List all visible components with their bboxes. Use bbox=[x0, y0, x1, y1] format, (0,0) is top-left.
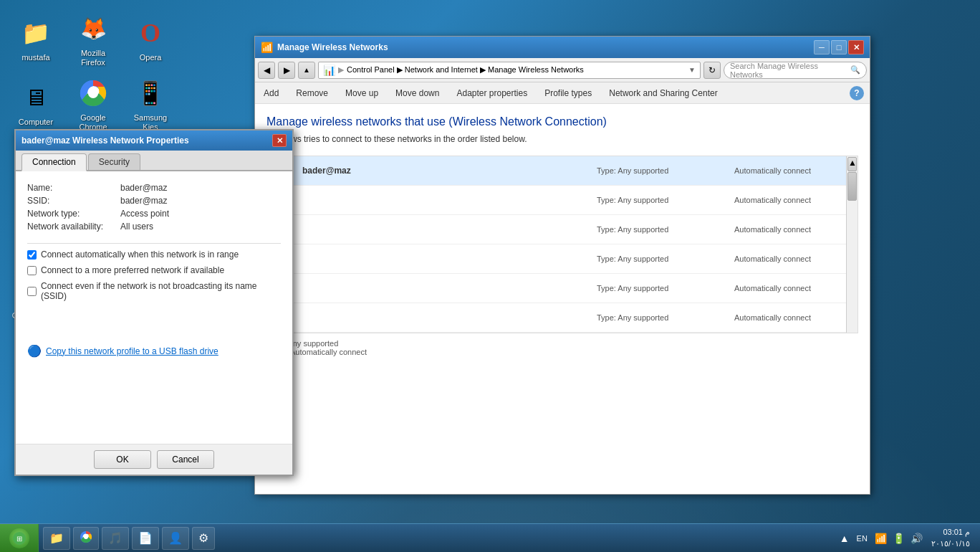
taskbar-word[interactable]: 📄 bbox=[132, 527, 159, 550]
tab-security[interactable]: Security bbox=[88, 153, 140, 170]
network-row[interactable]: 📶 Type: Any supported Automatically conn… bbox=[267, 303, 858, 333]
dialog-close-button[interactable]: ✕ bbox=[272, 134, 287, 147]
address-path[interactable]: 📊 ▶ Control Panel ▶ Network and Internet… bbox=[318, 62, 701, 79]
network-type: Type: Any supported bbox=[597, 196, 726, 204]
taskbar-person[interactable]: 👤 bbox=[162, 527, 189, 550]
toolbar-move-down[interactable]: Move down bbox=[393, 87, 442, 100]
minimize-button[interactable]: ─ bbox=[814, 40, 830, 54]
cancel-button[interactable]: Cancel bbox=[157, 450, 214, 469]
tray-arrow-icon[interactable]: ▲ bbox=[838, 533, 851, 544]
icon-mozilla-firefox[interactable]: 🦊 Mozilla Firefox bbox=[64, 7, 122, 72]
network-name: bader@maz bbox=[302, 166, 588, 176]
auto-connect-label: Connect automatically when this network … bbox=[41, 249, 239, 260]
tray-language[interactable]: EN bbox=[854, 534, 870, 543]
auto-connect-checkbox[interactable] bbox=[27, 250, 37, 260]
divider bbox=[27, 243, 281, 244]
refresh-button[interactable]: ↻ bbox=[703, 62, 721, 79]
network-type: Type: Any supported bbox=[597, 313, 726, 322]
back-button[interactable]: ◀ bbox=[258, 62, 275, 79]
icon-label: Opera bbox=[140, 53, 162, 62]
taskbar-explorer[interactable]: 📁 bbox=[43, 527, 70, 550]
prop-name-row: Name: bader@maz bbox=[27, 183, 281, 193]
search-icon: 🔍 bbox=[850, 65, 860, 75]
icon-samsung-kies[interactable]: 📱 Samsung Kies bbox=[122, 72, 179, 136]
tray-speaker-icon: 🔊 bbox=[909, 533, 924, 544]
network-type: Type: Any supported bbox=[597, 254, 726, 263]
toolbar-add[interactable]: Add bbox=[261, 87, 282, 100]
network-info: bader@maz bbox=[302, 166, 588, 176]
start-orb: ⊞ bbox=[9, 528, 29, 548]
network-row[interactable]: 📶 bader@maz Type: Any supported Automati… bbox=[267, 156, 858, 186]
copy-link-section: 🔵 Copy this network profile to a USB fla… bbox=[27, 344, 281, 358]
window-toolbar: Add Remove Move up Move down Adapter pro… bbox=[255, 82, 870, 104]
explorer-icon: 📁 bbox=[49, 531, 64, 545]
network-row[interactable]: 📶 Type: Any supported Automatically conn… bbox=[267, 244, 858, 274]
toolbar-profile-types[interactable]: Profile types bbox=[542, 87, 595, 100]
icon-label: Computer bbox=[19, 118, 53, 127]
prop-name-value: bader@maz bbox=[120, 183, 168, 193]
forward-button[interactable]: ▶ bbox=[278, 62, 295, 79]
tray-signal-icon: 📶 bbox=[873, 533, 888, 544]
tray-battery-icon: 🔋 bbox=[891, 533, 906, 544]
ok-button[interactable]: OK bbox=[94, 450, 151, 469]
hidden-ssid-checkbox[interactable] bbox=[27, 287, 37, 296]
prop-name-label: Name: bbox=[27, 183, 120, 193]
properties-table: Name: bader@maz SSID: bader@maz Network … bbox=[27, 183, 281, 232]
toolbar-remove[interactable]: Remove bbox=[293, 87, 331, 100]
prop-network-type-label: Network type: bbox=[27, 209, 120, 219]
prop-network-type-row: Network type: Access point bbox=[27, 209, 281, 219]
search-placeholder: Search Manage Wireless Networks bbox=[730, 62, 850, 79]
path-separator: ▶ bbox=[338, 65, 344, 75]
desktop: 📁 mustafa 🦊 Mozilla Firefox O Opera 🖥 Co… bbox=[0, 0, 980, 552]
taskbar-settings[interactable]: ⚙ bbox=[192, 527, 215, 550]
copy-profile-link[interactable]: Copy this network profile to a USB flash… bbox=[46, 346, 218, 356]
scroll-thumb[interactable] bbox=[847, 172, 857, 201]
toolbar-network-sharing[interactable]: Network and Sharing Center bbox=[606, 87, 720, 100]
prop-avail-value: All users bbox=[120, 222, 153, 232]
network-row[interactable]: 📶 Type: Any supported Automatically conn… bbox=[267, 186, 858, 215]
network-connect-mode: Automatically connect bbox=[734, 313, 849, 322]
icon-label: Mozilla Firefox bbox=[68, 49, 118, 67]
computer-icon: 🖥 bbox=[19, 80, 53, 115]
network-connect-mode: Automatically connect bbox=[734, 166, 849, 175]
tray-clock[interactable]: 03:01 م ٢٠١٥/٠١/١٥ bbox=[927, 527, 974, 549]
scroll-up-arrow[interactable]: ▲ bbox=[847, 157, 857, 171]
preferred-network-checkbox[interactable] bbox=[27, 266, 37, 275]
icon-mustafa[interactable]: 📁 mustafa bbox=[7, 7, 64, 72]
status-info: Type: Any supported Mode: Automatically … bbox=[266, 339, 858, 356]
up-button[interactable]: ▲ bbox=[298, 62, 315, 79]
dialog-tabs: Connection Security bbox=[16, 151, 292, 171]
icon-google-chrome[interactable]: Google Chrome bbox=[64, 72, 122, 136]
checkbox-hidden-ssid: Connect even if the network is not broad… bbox=[27, 281, 281, 301]
page-subtitle: Windows tries to connect to these networ… bbox=[266, 134, 858, 144]
network-row[interactable]: 📶 Type: Any supported Automatically conn… bbox=[267, 274, 858, 303]
dialog-titlebar: bader@maz Wireless Network Properties ✕ bbox=[16, 130, 292, 151]
browser-icon bbox=[80, 530, 92, 546]
maximize-button[interactable]: □ bbox=[831, 40, 847, 54]
help-button[interactable]: ? bbox=[850, 86, 864, 100]
settings-icon: ⚙ bbox=[198, 531, 208, 545]
taskbar-browser[interactable] bbox=[73, 527, 99, 550]
hidden-ssid-label: Connect even if the network is not broad… bbox=[41, 281, 281, 301]
path-dropdown-icon[interactable]: ▼ bbox=[688, 66, 696, 74]
window-title: Manage Wireless Networks bbox=[277, 42, 814, 52]
scrollbar[interactable]: ▲ bbox=[846, 156, 858, 333]
kies-icon: 📱 bbox=[133, 76, 168, 110]
network-row[interactable]: 📶 Type: Any supported Automatically conn… bbox=[267, 215, 858, 244]
start-button[interactable]: ⊞ bbox=[0, 524, 39, 553]
icon-opera[interactable]: O Opera bbox=[122, 7, 179, 72]
toolbar-move-up[interactable]: Move up bbox=[342, 87, 381, 100]
page-title: Manage wireless networks that use (Wirel… bbox=[266, 115, 858, 128]
address-bar: ◀ ▶ ▲ 📊 ▶ Control Panel ▶ Network and In… bbox=[255, 58, 870, 82]
firefox-icon: 🦊 bbox=[76, 11, 110, 46]
taskbar-tray: ▲ EN 📶 🔋 🔊 03:01 م ٢٠١٥/٠١/١٥ bbox=[832, 524, 980, 552]
svg-point-11 bbox=[84, 535, 88, 539]
path-control-panel[interactable]: Control Panel ▶ Network and Internet ▶ M… bbox=[347, 65, 584, 75]
search-box[interactable]: Search Manage Wireless Networks 🔍 bbox=[724, 62, 867, 79]
close-button[interactable]: ✕ bbox=[848, 40, 864, 54]
tab-connection[interactable]: Connection bbox=[21, 153, 87, 171]
icon-computer[interactable]: 🖥 Computer bbox=[7, 72, 64, 136]
taskbar-media-player[interactable]: 🎵 bbox=[102, 527, 129, 550]
network-type: Type: Any supported bbox=[597, 225, 726, 234]
toolbar-adapter-props[interactable]: Adapter properties bbox=[453, 87, 530, 100]
